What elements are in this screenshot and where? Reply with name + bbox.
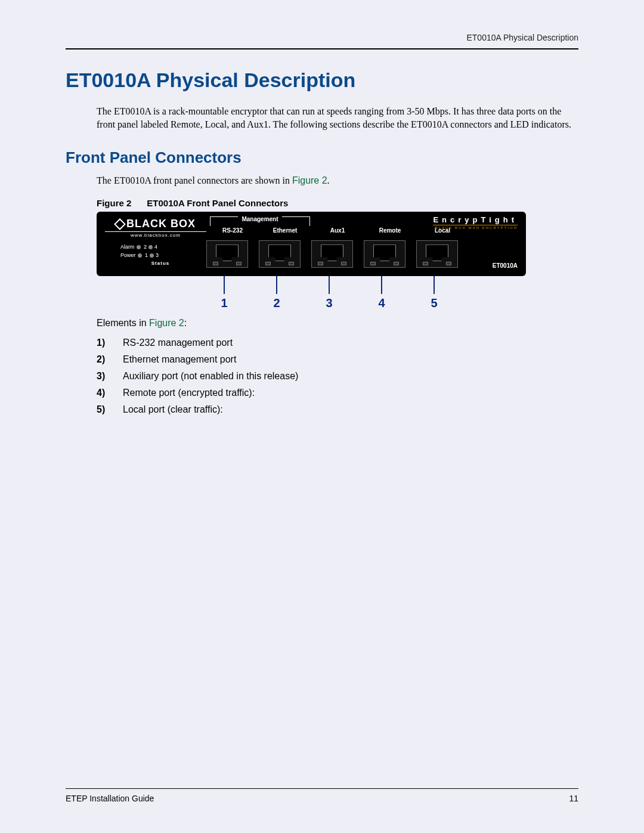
footer-page-number: 11: [569, 794, 578, 803]
figure-2-link[interactable]: Figure 2: [292, 175, 327, 185]
running-head: ET0010A Physical Description: [66, 33, 578, 49]
led-icon: [150, 253, 154, 258]
figure-caption-text: ET0010A Front Panel Connectors: [147, 198, 288, 208]
list-num: 2): [97, 354, 123, 365]
port-label-remote: Remote: [364, 227, 416, 234]
port-label-aux1: Aux1: [311, 227, 364, 234]
port-rs232: [206, 240, 248, 268]
encryptight-brand-line2: BLACK BOX WAN ENCRYPTION: [433, 225, 518, 230]
list-num: 3): [97, 371, 123, 382]
list-text: Remote port (encrypted traffic):: [123, 388, 255, 398]
section-heading-front-panel: Front Panel Connectors: [66, 148, 578, 167]
list-item: 3)Auxiliary port (not enabled in this re…: [97, 368, 578, 385]
port-label-ethernet: Ethernet: [259, 227, 311, 234]
status-leds: Alarm 24 Power 13 Status: [105, 239, 206, 268]
ports-row: [206, 240, 458, 268]
page-title: ET0010A Physical Description: [66, 69, 578, 92]
figure-caption: Figure 2ET0010A Front Panel Connectors: [97, 198, 578, 208]
callout-4: 4: [378, 296, 385, 310]
footer-doc-title: ETEP Installation Guide: [66, 794, 154, 803]
management-group: Management: [210, 216, 310, 226]
status-num-1: 1: [145, 252, 148, 258]
page-footer: ETEP Installation Guide 11: [66, 788, 578, 803]
encryptight-brand-line1: EncrypTight: [433, 215, 518, 224]
list-item: 1)RS-232 management port: [97, 335, 578, 351]
port-label-rs232: RS-232: [206, 227, 259, 234]
callout-3: 3: [326, 296, 332, 310]
list-text: Auxiliary port (not enabled in this rele…: [123, 371, 298, 382]
status-num-3: 3: [156, 252, 159, 258]
port-local: [416, 240, 458, 268]
device-front-panel: EncrypTight BLACK BOX WAN ENCRYPTION BLA…: [97, 212, 526, 276]
blackbox-brand: BLACK BOX www.blackbox.com: [105, 216, 206, 238]
figure-caption-prefix: Figure 2: [97, 198, 131, 208]
section2-intro-b: .: [327, 175, 330, 185]
list-text: RS-232 management port: [123, 337, 233, 348]
status-caption: Status: [114, 259, 206, 268]
figure-callouts: 1 2 3 4 5: [97, 276, 526, 312]
list-text: Ethernet management port: [123, 354, 236, 365]
blackbox-url: www.blackbox.com: [105, 231, 206, 238]
list-num: 5): [97, 404, 123, 415]
status-num-4: 4: [154, 244, 157, 250]
list-num: 4): [97, 388, 123, 398]
list-text: Local port (clear traffic):: [123, 404, 223, 415]
intro-paragraph: The ET0010A is a rack-mountable encrypto…: [97, 105, 578, 131]
led-icon: [138, 253, 142, 258]
led-icon: [137, 245, 141, 249]
blackbox-brand-text: BLACK BOX: [126, 218, 196, 230]
port-aux1: [311, 240, 353, 268]
diamond-icon: [114, 218, 126, 230]
figure-2-link-2[interactable]: Figure 2: [149, 318, 184, 328]
callout-5: 5: [431, 296, 437, 310]
list-item: 4)Remote port (encrypted traffic):: [97, 385, 578, 401]
elements-intro-b: :: [184, 318, 187, 328]
led-icon: [148, 245, 153, 249]
encryptight-brand: EncrypTight BLACK BOX WAN ENCRYPTION: [433, 215, 518, 230]
model-label: ET0010A: [493, 262, 518, 269]
port-ethernet: [259, 240, 301, 268]
alarm-label: Alarm: [120, 244, 135, 250]
power-label: Power: [120, 252, 136, 258]
elements-intro: Elements in Figure 2:: [97, 318, 578, 329]
list-item: 5)Local port (clear traffic):: [97, 401, 578, 418]
management-label: Management: [238, 216, 281, 222]
callout-2: 2: [273, 296, 280, 310]
list-num: 1): [97, 337, 123, 348]
port-remote: [364, 240, 405, 268]
device-figure: EncrypTight BLACK BOX WAN ENCRYPTION BLA…: [97, 212, 578, 312]
elements-intro-a: Elements in: [97, 318, 149, 328]
elements-list: 1)RS-232 management port 2)Ethernet mana…: [97, 335, 578, 418]
status-num-2: 2: [144, 244, 147, 250]
section2-intro: The ET0010A front panel connectors are s…: [97, 175, 578, 186]
list-item: 2)Ethernet management port: [97, 351, 578, 368]
callout-1: 1: [221, 296, 227, 310]
section2-intro-a: The ET0010A front panel connectors are s…: [97, 175, 292, 185]
